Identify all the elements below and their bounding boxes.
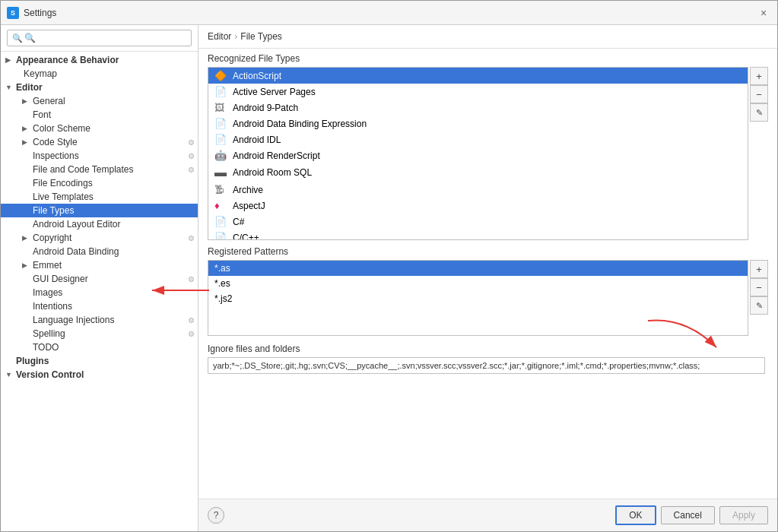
sidebar-item-general[interactable]: ▶ General <box>1 94 198 108</box>
sidebar-item-images[interactable]: Images <box>1 286 198 299</box>
title-bar-left: S Settings <box>7 7 56 19</box>
sidebar-item-plugins[interactable]: Plugins <box>1 354 198 368</box>
actionscript-icon: 🔶 <box>214 70 228 81</box>
sidebar-item-keymap[interactable]: Keymap <box>1 67 198 81</box>
ignore-section: Ignore files and folders <box>198 336 777 377</box>
idl-icon: 📄 <box>214 134 228 145</box>
registered-patterns-section: *.as *.es *.js2 + − ✎ <box>208 260 768 336</box>
breadcrumb-separator: › <box>234 31 237 42</box>
settings-window: S Settings × 🔍 ▶ Appearance & Behavior <box>0 0 778 532</box>
patterns-toolbar: + − ✎ <box>750 260 768 336</box>
sidebar-item-todo[interactable]: TODO <box>1 340 198 354</box>
sidebar-item-language-injections[interactable]: Language Injections ⚙ <box>1 313 198 327</box>
title-bar: S Settings × <box>1 1 777 25</box>
sidebar-item-font[interactable]: Font <box>1 108 198 122</box>
sidebar-item-spelling[interactable]: Spelling ⚙ <box>1 327 198 340</box>
ignore-input[interactable] <box>208 357 765 374</box>
list-item-csharp[interactable]: 📄 C# <box>208 214 748 230</box>
add-pattern-button[interactable]: + <box>750 260 768 278</box>
gear-icon: ⚙ <box>188 330 195 338</box>
recognized-label: Recognized File Types <box>198 49 777 67</box>
list-item-archive[interactable]: 🗜 Archive <box>208 182 748 198</box>
main-content: 🔍 ▶ Appearance & Behavior Keymap ▼ <box>1 25 777 531</box>
breadcrumb-parent: Editor <box>208 31 231 42</box>
bottom-bar: ? OK Cancel Apply <box>198 499 777 531</box>
archive-icon: 🗜 <box>214 184 228 195</box>
add-file-type-button[interactable]: + <box>750 67 768 85</box>
chevron-right-icon: ▶ <box>5 56 14 64</box>
ignore-label: Ignore files and folders <box>208 344 768 354</box>
registered-patterns-list[interactable]: *.as *.es *.js2 <box>208 260 748 336</box>
search-wrapper: 🔍 <box>7 30 192 46</box>
gear-icon: ⚙ <box>188 316 195 325</box>
app-icon: S <box>7 7 19 19</box>
sidebar-item-code-style[interactable]: ▶ Code Style ⚙ <box>1 135 198 149</box>
window-title: Settings <box>24 8 56 18</box>
sidebar-item-live-templates[interactable]: Live Templates <box>1 190 198 204</box>
cpp-icon: 📄 <box>214 232 228 240</box>
close-button[interactable]: × <box>756 5 771 21</box>
gear-icon: ⚙ <box>188 234 195 242</box>
recognized-file-types-section: 🔶 ActionScript 📄 Active Server Pages 🖼 A… <box>208 67 768 240</box>
aspectj-icon: ♦ <box>214 200 228 211</box>
sidebar-tree: ▶ Appearance & Behavior Keymap ▼ Editor … <box>1 52 198 531</box>
list-item-aspectj[interactable]: ♦ AspectJ <box>208 198 748 214</box>
asp-icon: 📄 <box>214 86 228 97</box>
ok-button[interactable]: OK <box>615 505 656 525</box>
list-item-cpp[interactable]: 📄 C/C++ <box>208 230 748 240</box>
roomsql-icon: ▬ <box>214 166 228 179</box>
sidebar-item-file-code-templates[interactable]: File and Code Templates ⚙ <box>1 163 198 176</box>
recognized-file-types-list[interactable]: 🔶 ActionScript 📄 Active Server Pages 🖼 A… <box>208 67 748 240</box>
list-item-asp[interactable]: 📄 Active Server Pages <box>208 84 748 100</box>
registered-patterns-label: Registered Patterns <box>198 240 777 260</box>
android9patch-icon: 🖼 <box>214 102 228 113</box>
gear-icon: ⚙ <box>188 275 195 283</box>
search-box: 🔍 <box>1 25 198 52</box>
databinding-icon: 📄 <box>214 118 228 129</box>
csharp-icon: 📄 <box>214 216 228 227</box>
breadcrumb-current: File Types <box>240 31 281 42</box>
list-item-pattern-js2[interactable]: *.js2 <box>208 291 748 306</box>
list-item-android-renderscript[interactable]: 🤖 Android RenderScript <box>208 147 748 163</box>
sidebar-item-appearance[interactable]: ▶ Appearance & Behavior <box>1 53 198 67</box>
list-item-android-9patch[interactable]: 🖼 Android 9-Patch <box>208 100 748 116</box>
right-panel: Editor › File Types Recognized File Type… <box>198 25 777 531</box>
renderscript-icon: 🤖 <box>214 150 228 161</box>
sidebar-item-android-layout-editor[interactable]: Android Layout Editor <box>1 217 198 231</box>
list-item-android-idl[interactable]: 📄 Android IDL <box>208 131 748 147</box>
help-button[interactable]: ? <box>208 507 224 524</box>
breadcrumb: Editor › File Types <box>198 25 777 49</box>
sidebar-item-intentions[interactable]: Intentions <box>1 299 198 313</box>
recognized-toolbar: + − ✎ <box>750 67 768 240</box>
gear-icon: ⚙ <box>188 152 195 160</box>
gear-icon: ⚙ <box>188 166 195 174</box>
search-icon: 🔍 <box>12 33 23 43</box>
sidebar-item-file-encodings[interactable]: File Encodings <box>1 176 198 190</box>
list-item-pattern-es[interactable]: *.es <box>208 276 748 291</box>
sidebar-item-inspections[interactable]: Inspections ⚙ <box>1 149 198 163</box>
edit-pattern-button[interactable]: ✎ <box>750 296 768 315</box>
sidebar-item-color-scheme[interactable]: ▶ Color Scheme <box>1 122 198 135</box>
sidebar-item-file-types[interactable]: File Types <box>1 204 198 217</box>
gear-icon: ⚙ <box>188 138 195 147</box>
remove-file-type-button[interactable]: − <box>750 85 768 103</box>
sidebar-item-version-control[interactable]: ▼ Version Control <box>1 368 198 382</box>
search-input[interactable] <box>7 30 192 46</box>
sidebar: 🔍 ▶ Appearance & Behavior Keymap ▼ <box>1 25 198 531</box>
list-item-android-databinding[interactable]: 📄 Android Data Binding Expression <box>208 116 748 131</box>
sidebar-item-editor[interactable]: ▼ Editor <box>1 81 198 94</box>
list-item-actionscript[interactable]: 🔶 ActionScript <box>208 68 748 84</box>
sidebar-item-gui-designer[interactable]: GUI Designer ⚙ <box>1 272 198 286</box>
apply-button[interactable]: Apply <box>719 506 768 524</box>
sidebar-item-copyright[interactable]: ▶ Copyright ⚙ <box>1 231 198 245</box>
sidebar-item-android-data-binding[interactable]: Android Data Binding <box>1 245 198 258</box>
edit-file-type-button[interactable]: ✎ <box>750 103 768 122</box>
sidebar-item-emmet[interactable]: ▶ Emmet <box>1 258 198 272</box>
list-item-pattern-as[interactable]: *.as <box>208 261 748 276</box>
list-item-android-room-sql[interactable]: ▬ Android Room SQL <box>208 163 748 182</box>
chevron-down-icon: ▼ <box>5 84 14 91</box>
remove-pattern-button[interactable]: − <box>750 278 768 296</box>
cancel-button[interactable]: Cancel <box>661 506 715 524</box>
